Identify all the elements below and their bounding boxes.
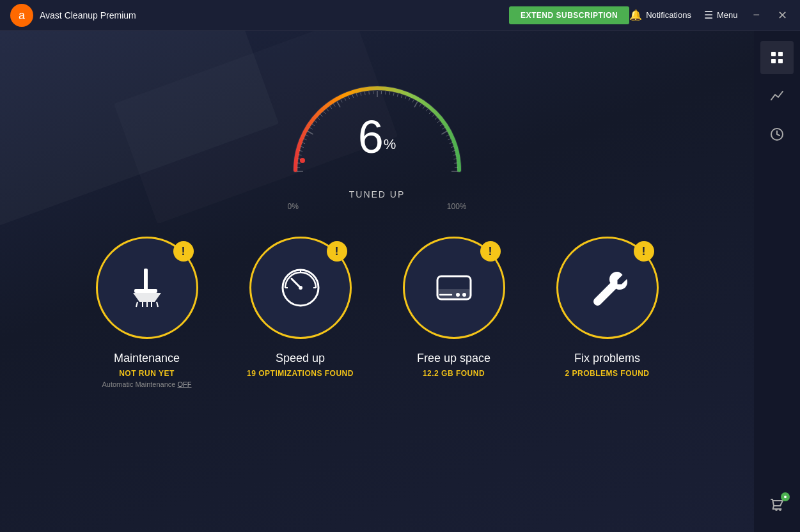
gauge-center: 6% xyxy=(358,111,396,163)
svg-point-2 xyxy=(300,158,305,163)
gauge-percent: % xyxy=(384,136,396,152)
avast-logo-icon: a xyxy=(10,4,33,27)
fixproblems-icon xyxy=(582,262,633,313)
svg-line-37 xyxy=(393,93,394,96)
svg-line-43 xyxy=(414,102,418,107)
svg-point-79 xyxy=(462,293,466,297)
freespace-card[interactable]: ! Free up space 12.2 GB FOUND xyxy=(390,237,518,388)
svg-line-42 xyxy=(412,100,413,102)
hamburger-icon: ☰ xyxy=(704,9,713,21)
freespace-title: Free up space xyxy=(417,352,490,365)
titlebar-controls: 🔔 Notifications ☰ Menu − ✕ xyxy=(629,8,790,22)
gauge-section: 6% TUNED UP 0% 100% xyxy=(0,31,754,211)
svg-line-12 xyxy=(305,135,308,136)
svg-line-13 xyxy=(307,131,313,134)
svg-line-66 xyxy=(136,302,137,307)
svg-rect-84 xyxy=(771,59,776,63)
svg-rect-82 xyxy=(771,52,776,56)
fixproblems-status: 2 PROBLEMS FOUND xyxy=(565,369,649,378)
speedup-badge: ! xyxy=(327,241,347,262)
freespace-badge: ! xyxy=(480,241,501,262)
speedup-circle: ! xyxy=(249,237,352,339)
svg-line-21 xyxy=(329,106,331,109)
gauge-value: 6 xyxy=(358,111,384,162)
fixproblems-badge: ! xyxy=(634,241,654,262)
maintenance-icon xyxy=(122,262,173,313)
svg-line-70 xyxy=(157,302,158,307)
gauge-min: 0% xyxy=(288,202,299,211)
svg-line-47 xyxy=(428,111,430,114)
svg-line-44 xyxy=(419,104,421,106)
freespace-status: 12.2 GB FOUND xyxy=(423,369,485,378)
freespace-circle: ! xyxy=(403,237,505,339)
svg-line-23 xyxy=(337,102,340,107)
svg-line-31 xyxy=(368,91,369,95)
svg-line-48 xyxy=(432,114,434,117)
fixproblems-card[interactable]: ! Fix problems 2 PROBLEMS FOUND xyxy=(544,237,671,388)
svg-line-49 xyxy=(434,118,437,120)
svg-line-41 xyxy=(409,98,410,101)
svg-line-20 xyxy=(326,109,328,111)
svg-rect-65 xyxy=(134,289,157,293)
speedup-card[interactable]: ! Speed up 19 OPTIMIZATIONS FOUND xyxy=(237,237,365,388)
svg-rect-83 xyxy=(778,52,783,56)
svg-line-51 xyxy=(439,124,442,126)
svg-line-14 xyxy=(310,127,312,129)
svg-line-30 xyxy=(365,92,365,95)
gauge-label: TUNED UP xyxy=(349,189,405,199)
svg-line-45 xyxy=(423,106,425,109)
svg-line-50 xyxy=(437,121,440,123)
svg-line-17 xyxy=(317,118,320,120)
close-button[interactable]: ✕ xyxy=(775,8,790,22)
fixproblems-title: Fix problems xyxy=(574,352,640,365)
notifications-button[interactable]: 🔔 Notifications xyxy=(629,9,691,21)
history-view-button[interactable] xyxy=(760,118,794,151)
store-button[interactable]: ● xyxy=(760,489,794,522)
svg-line-19 xyxy=(323,111,325,114)
svg-line-61 xyxy=(454,163,457,164)
maintenance-card[interactable]: ! Maintenance NOT RUN YET Automatic Main… xyxy=(83,237,211,388)
speedup-icon xyxy=(275,262,326,313)
speedup-title: Speed up xyxy=(276,352,325,365)
maintenance-circle: ! xyxy=(96,237,198,339)
chart-icon xyxy=(769,88,785,104)
history-icon xyxy=(769,127,785,142)
fixproblems-circle: ! xyxy=(556,237,659,339)
svg-line-27 xyxy=(352,95,354,98)
grid-view-button[interactable] xyxy=(760,41,794,74)
main-content: 6% TUNED UP 0% 100% xyxy=(0,31,800,532)
titlebar: a Avast Cleanup Premium EXTEND SUBSCRIPT… xyxy=(0,0,800,31)
grid-icon xyxy=(769,50,785,65)
freespace-icon xyxy=(428,262,480,313)
svg-line-39 xyxy=(401,95,402,98)
svg-point-80 xyxy=(456,293,460,297)
stats-view-button[interactable] xyxy=(760,79,794,113)
svg-line-36 xyxy=(389,92,389,95)
svg-point-73 xyxy=(299,286,302,290)
svg-line-53 xyxy=(441,131,447,134)
svg-line-24 xyxy=(340,100,341,102)
menu-button[interactable]: ☰ Menu xyxy=(704,9,738,21)
maintenance-sub: Automatic Maintenance OFF xyxy=(102,380,191,388)
svg-line-29 xyxy=(360,93,361,96)
svg-line-35 xyxy=(385,91,386,95)
svg-line-46 xyxy=(426,109,428,111)
extend-subscription-button[interactable]: EXTEND SUBSCRIPTION xyxy=(509,6,629,24)
svg-line-15 xyxy=(312,124,315,126)
svg-line-52 xyxy=(442,127,444,129)
svg-line-54 xyxy=(446,135,448,136)
svg-text:a: a xyxy=(19,9,26,22)
gauge-container: 6% xyxy=(275,69,480,184)
gauge-range: 0% 100% xyxy=(288,202,467,211)
svg-line-28 xyxy=(356,93,357,97)
menu-label: Menu xyxy=(717,10,738,20)
minimize-button[interactable]: − xyxy=(750,8,762,22)
svg-line-38 xyxy=(397,93,398,97)
speedup-status: 19 OPTIMIZATIONS FOUND xyxy=(247,369,354,378)
gauge-max: 100% xyxy=(447,202,467,211)
maintenance-badge: ! xyxy=(173,241,194,262)
content-area: 6% TUNED UP 0% 100% xyxy=(0,31,754,532)
svg-line-18 xyxy=(320,114,322,117)
cards-section: ! Maintenance NOT RUN YET Automatic Main… xyxy=(0,211,754,414)
maintenance-status: NOT RUN YET xyxy=(119,369,175,378)
